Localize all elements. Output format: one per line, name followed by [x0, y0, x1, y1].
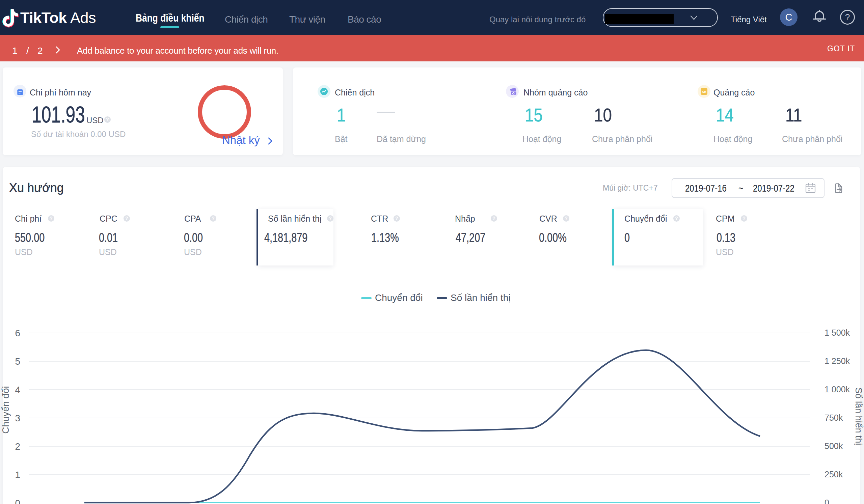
svg-text:3: 3: [15, 413, 20, 423]
svg-text:AD: AD: [702, 90, 706, 94]
svg-text:750k: 750k: [825, 413, 843, 422]
svg-text:0: 0: [825, 498, 829, 504]
svg-text:4: 4: [15, 384, 20, 395]
svg-text:5: 5: [15, 356, 20, 367]
svg-text:0: 0: [15, 498, 20, 504]
svg-text:2: 2: [15, 441, 20, 452]
svg-text:1 000k: 1 000k: [825, 384, 850, 394]
svg-text:?: ?: [845, 12, 850, 22]
svg-text:1 500k: 1 500k: [825, 328, 850, 337]
svg-text:6: 6: [15, 328, 20, 339]
svg-text:500k: 500k: [825, 441, 843, 451]
svg-text:1: 1: [15, 470, 20, 480]
svg-text:Số lần hiển thị: Số lần hiển thị: [853, 387, 864, 445]
svg-text:1 250k: 1 250k: [825, 356, 850, 366]
svg-text:250k: 250k: [825, 470, 843, 479]
svg-text:Chuyển đổi: Chuyển đổi: [0, 386, 11, 434]
